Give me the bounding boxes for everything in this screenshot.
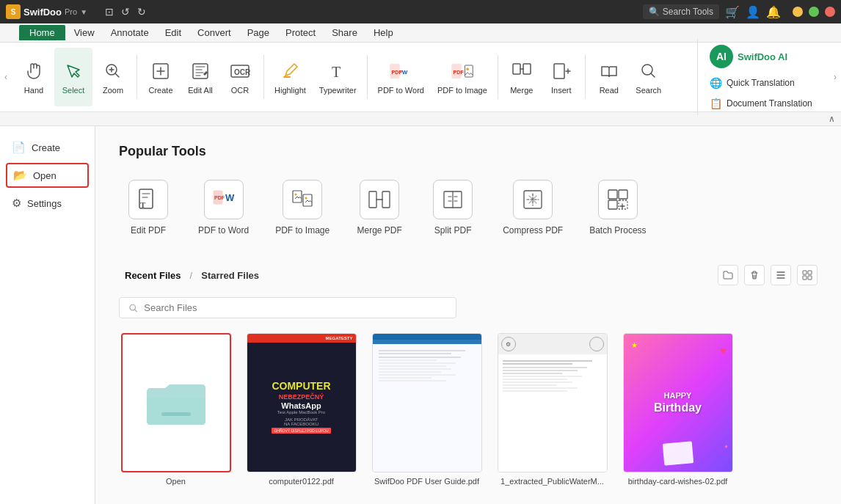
- split-pdf-icon: [433, 180, 473, 219]
- file-card-open[interactable]: Open: [119, 333, 233, 486]
- menu-view[interactable]: View: [67, 25, 102, 40]
- tool-editall[interactable]: Edit All: [181, 48, 219, 106]
- menu-help[interactable]: Help: [366, 25, 401, 40]
- list-view-btn[interactable]: [771, 265, 791, 285]
- popular-tools-section: Popular Tools T Edit PDF PDFW PDF to Wor…: [119, 144, 818, 241]
- popular-pdf-to-image[interactable]: PDF to Image: [269, 174, 335, 241]
- files-search-bar[interactable]: [119, 297, 456, 318]
- insert-label: Insert: [551, 86, 572, 95]
- svg-rect-36: [803, 276, 807, 280]
- pdfimage-icon: PDF: [451, 59, 474, 83]
- tool-pdfimage[interactable]: PDF PDF to Image: [432, 48, 493, 106]
- tool-create[interactable]: Create: [142, 48, 180, 106]
- nav-prev[interactable]: ‹: [0, 43, 12, 112]
- sidebar-item-settings[interactable]: ⚙ Settings: [0, 191, 95, 216]
- open-folder-thumb: [121, 333, 231, 472]
- files-tabs: Recent Files / Starred Files: [119, 267, 265, 284]
- popular-pdf-to-word[interactable]: PDFW PDF to Word: [192, 174, 255, 241]
- files-search-input[interactable]: [144, 302, 447, 313]
- popular-batch-process[interactable]: Batch Process: [583, 174, 652, 241]
- menu-annotate[interactable]: Annotate: [103, 25, 156, 40]
- popular-merge-pdf[interactable]: Merge PDF: [350, 174, 409, 241]
- file-card-water[interactable]: ⚙: [495, 333, 609, 486]
- svg-rect-30: [608, 190, 617, 199]
- app-plan: Pro: [65, 7, 77, 16]
- bell-icon[interactable]: 🔔: [766, 5, 781, 19]
- nav-next[interactable]: ›: [829, 43, 841, 112]
- pdfimage-label: PDF to Image: [437, 86, 487, 95]
- merge-pdf-label: Merge PDF: [357, 225, 401, 235]
- create-sidebar-label: Create: [32, 142, 60, 153]
- tool-ocr[interactable]: OCR OCR: [221, 48, 259, 106]
- merge-icon: [510, 59, 534, 83]
- tab-recent-files[interactable]: Recent Files: [119, 267, 187, 284]
- create-sidebar-icon: 📄: [12, 141, 26, 154]
- svg-point-25: [305, 197, 307, 200]
- minimize-button[interactable]: [793, 7, 803, 17]
- menu-home[interactable]: Home: [19, 25, 65, 40]
- tool-select[interactable]: Select: [54, 48, 92, 106]
- tool-highlight[interactable]: Highlight: [269, 48, 312, 106]
- read-label: Read: [600, 86, 619, 95]
- popular-edit-pdf[interactable]: T Edit PDF: [119, 174, 178, 241]
- file-card-birthday[interactable]: HAPPY Birthday ★ ♥ ♦ birthday-card-wishe…: [621, 333, 735, 486]
- tool-read[interactable]: Read: [590, 48, 628, 106]
- file-card-computer[interactable]: MEGATESTY COMPUTER NEBEZPEČNÝ WhatsApp T…: [244, 333, 358, 486]
- svg-rect-15: [554, 64, 564, 78]
- tool-pdfword[interactable]: PDF W PDF to Word: [372, 48, 430, 106]
- edit-pdf-label: Edit PDF: [131, 225, 166, 235]
- merge-pdf-icon: [360, 180, 399, 219]
- window-controls: [793, 7, 835, 17]
- editall-label: Edit All: [188, 86, 213, 95]
- undo-icon[interactable]: ⊡: [102, 4, 117, 19]
- typewriter-icon: T: [326, 59, 349, 83]
- tab-divider: /: [187, 270, 196, 281]
- file-card-guide[interactable]: SwifDoo PDF User Guide.pdf: [370, 333, 484, 486]
- select-label: Select: [62, 86, 85, 95]
- search-tools-label: Search Tools: [663, 7, 713, 17]
- tool-insert[interactable]: Insert: [542, 48, 580, 106]
- grid-view-btn[interactable]: [797, 265, 818, 285]
- sidebar-item-open[interactable]: 📂 Open: [6, 163, 89, 188]
- sidebar-item-create[interactable]: 📄 Create: [0, 135, 95, 160]
- redo-icon[interactable]: ↺: [118, 4, 133, 19]
- title-dropdown-icon[interactable]: ▼: [80, 8, 87, 16]
- menu-page[interactable]: Page: [240, 25, 277, 40]
- menu-share[interactable]: Share: [324, 25, 365, 40]
- popular-split-pdf[interactable]: Split PDF: [423, 174, 482, 241]
- document-translation-item[interactable]: 📋 Document Translation: [707, 95, 820, 112]
- search-tools[interactable]: 🔍 Search Tools: [643, 4, 719, 19]
- cart-icon[interactable]: 🛒: [725, 5, 740, 19]
- menu-edit[interactable]: Edit: [158, 25, 189, 40]
- tool-typewriter[interactable]: T Typewriter: [313, 48, 363, 106]
- user-icon[interactable]: 👤: [746, 5, 760, 19]
- read-icon: [597, 59, 621, 83]
- open-sidebar-icon: 📂: [13, 169, 27, 182]
- edit-pdf-icon: T: [128, 180, 168, 219]
- tab-starred-files[interactable]: Starred Files: [195, 267, 265, 284]
- tool-search[interactable]: Search: [630, 48, 668, 106]
- divider-5: [585, 55, 586, 99]
- doc-translation-icon: 📋: [710, 98, 722, 109]
- svg-text:OCR: OCR: [234, 68, 250, 76]
- swif-ai-item[interactable]: AI SwifDoo AI: [707, 42, 820, 71]
- menu-protect[interactable]: Protect: [278, 25, 323, 40]
- popular-compress-pdf[interactable]: Compress PDF: [497, 174, 569, 241]
- tool-merge[interactable]: Merge: [503, 48, 541, 106]
- delete-action-btn[interactable]: [744, 265, 765, 285]
- folder-action-btn[interactable]: [718, 265, 738, 285]
- quick-translation-icon: 🌐: [710, 77, 722, 89]
- svg-rect-31: [619, 190, 627, 199]
- collapse-button[interactable]: ∧: [829, 114, 835, 124]
- pdf-to-word-icon: PDFW: [204, 180, 244, 219]
- svg-text:PDF: PDF: [214, 195, 225, 200]
- maximize-button[interactable]: [809, 7, 819, 17]
- divider-1: [136, 55, 137, 99]
- forward-icon[interactable]: ↻: [134, 4, 149, 19]
- quick-translation-item[interactable]: 🌐 Quick Translation: [707, 74, 820, 92]
- guide-thumb: [372, 333, 482, 472]
- tool-hand[interactable]: Hand: [15, 48, 53, 106]
- tool-zoom[interactable]: Zoom: [94, 48, 132, 106]
- close-button[interactable]: [825, 7, 835, 17]
- menu-convert[interactable]: Convert: [190, 25, 239, 40]
